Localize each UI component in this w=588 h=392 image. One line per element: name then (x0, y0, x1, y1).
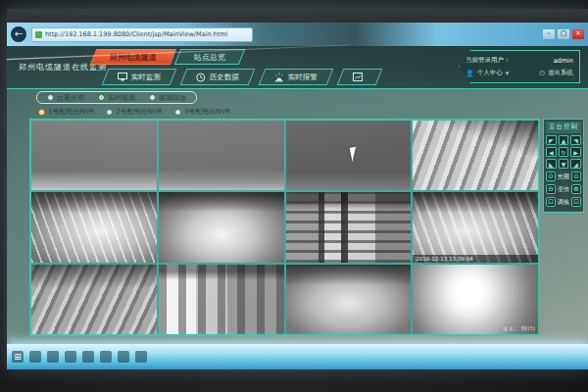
taskbar-icon[interactable] (47, 351, 59, 363)
radio-label: 3号配电站NVR (184, 107, 230, 117)
ptz-down-left-button[interactable]: ◣ (546, 159, 557, 169)
address-bar[interactable]: http://192.168.1.199:8080/Client/jsp/Mai… (31, 27, 253, 42)
ptz-panel-title: 云台控制 (546, 122, 581, 133)
toolbar-label: 历史数据 (210, 73, 239, 82)
toolbar-item-realtime-monitor[interactable]: 实时监测 (102, 69, 177, 85)
radio-icon[interactable] (149, 94, 156, 101)
camera-osd-timestamp: 2018-12-13 13:39:04 (413, 255, 538, 263)
camera-tile-r1c2[interactable] (159, 121, 284, 190)
radio-icon[interactable] (47, 94, 54, 101)
login-label: 当前登录用户： (466, 56, 511, 65)
browser-back-button[interactable]: ← (11, 26, 26, 42)
personal-center-link[interactable]: 个人中心 (477, 69, 503, 77)
ptz-focus-row: ⊡ 调焦 ⊡ (546, 197, 581, 207)
radio-label: 2号配电站NVR (116, 107, 162, 117)
url-text[interactable]: http://192.168.1.199:8080/Client/jsp/Mai… (45, 30, 227, 38)
person-icon: 👤 (466, 70, 474, 77)
zoom-in-button[interactable]: ⊕ (571, 184, 581, 194)
ptz-left-button[interactable]: ◀ (546, 147, 557, 157)
close-button[interactable]: × (572, 29, 584, 39)
taskbar-icon[interactable] (135, 351, 147, 363)
main-content: 2018-12-13 13:39:04 隧道(二期03) 云台控制 ◤ ▲ ◥ … (29, 119, 584, 336)
ptz-up-left-button[interactable]: ◤ (546, 135, 557, 145)
minimize-button[interactable]: – (543, 29, 555, 39)
logout-link[interactable]: 退出系统 (548, 69, 573, 77)
tab-label: 站点总览 (194, 52, 225, 63)
camera-tile-r1c3[interactable] (286, 121, 412, 190)
browser-toolbar: ← http://192.168.1.199:8080/Client/jsp/M… (7, 23, 588, 46)
radio-live-video[interactable]: 实时视频 (98, 93, 135, 103)
focus-near-button[interactable]: ⊡ (546, 197, 556, 207)
radio-icon[interactable] (106, 109, 113, 116)
radio-nvr-3[interactable]: 3号配电站NVR (174, 107, 230, 117)
camera-tile-r2c4[interactable]: 2018-12-13 13:39:04 (413, 192, 538, 262)
start-button[interactable]: ⊞ (12, 351, 24, 363)
maximize-button[interactable]: ▢ (558, 29, 569, 39)
radio-nvr-2[interactable]: 2号配电站NVR (106, 107, 162, 117)
window-controls: – ▢ × (543, 29, 584, 39)
focus-far-button[interactable]: ⊡ (571, 197, 581, 207)
iris-minus-button[interactable]: ⊙ (546, 172, 556, 181)
camera-tile-r3c1[interactable] (31, 265, 157, 334)
toolbar-item-history-data[interactable]: 历史数据 (180, 69, 256, 85)
tab-cable-tunnel[interactable]: 郑州电缆隧道 (90, 49, 176, 65)
radio-icon-selected[interactable] (98, 94, 105, 101)
toolbar-label: 实时监测 (131, 73, 161, 82)
radio-label: 实时视频 (108, 93, 135, 103)
toolbar-item-device[interactable] (337, 69, 383, 85)
camera-tile-r3c3[interactable] (286, 265, 412, 334)
toolbar-item-realtime-alarm[interactable]: 实时报警 (259, 69, 334, 85)
camera-tile-r1c1[interactable] (31, 121, 157, 190)
taskbar-icon[interactable] (65, 351, 76, 363)
ptz-down-button[interactable]: ▼ (559, 159, 569, 169)
radio-label: 视频回放 (159, 93, 186, 103)
camera-tile-r1c4[interactable] (413, 121, 538, 190)
ptz-auto-scan-button[interactable]: ↻ (559, 147, 569, 157)
monitoring-app: 郑州电缆隧道在线监测 郑州电缆隧道 站点总览 实时监测 (7, 46, 588, 369)
user-panel: 当前登录用户： admin 👤 个人中心 ▾ ⏻ 退出系统 (459, 50, 580, 83)
radio-nvr-1[interactable]: 1号配电站NVR (38, 107, 94, 117)
focus-label: 调焦 (558, 198, 569, 207)
radio-icon[interactable] (174, 109, 181, 116)
camera-tile-r2c1[interactable] (31, 192, 157, 262)
camera-tile-r3c4[interactable]: 隧道(二期03) (413, 265, 538, 334)
ptz-direction-pad: ◤ ▲ ◥ ◀ ↻ ▶ ◣ ▼ ◢ (546, 135, 581, 169)
camera-tile-r2c2[interactable] (159, 192, 284, 262)
page-icon (35, 31, 42, 38)
view-mode-radios: 位置分布 实时视频 视频回放 (36, 91, 197, 104)
ptz-right-button[interactable]: ▶ (570, 147, 581, 157)
taskbar-icon[interactable] (100, 351, 112, 363)
radio-icon-selected[interactable] (38, 109, 45, 116)
ptz-down-right-button[interactable]: ◢ (570, 159, 581, 169)
tab-site-overview[interactable]: 站点总览 (174, 49, 245, 65)
monitor-screen: ← http://192.168.1.199:8080/Client/jsp/M… (7, 9, 588, 369)
camera-tile-r2c3[interactable] (286, 192, 412, 262)
taskbar-icon[interactable] (118, 351, 129, 363)
video-wall: 2018-12-13 13:39:04 隧道(二期03) (29, 119, 540, 336)
device-icon (353, 73, 363, 81)
radio-video-playback[interactable]: 视频回放 (149, 93, 186, 103)
radio-label: 位置分布 (57, 93, 84, 103)
zoom-label: 变倍 (558, 185, 569, 194)
taskbar-icon[interactable] (29, 351, 41, 363)
username: admin (554, 57, 573, 65)
taskbar-icon[interactable] (82, 351, 94, 363)
alarm-icon (274, 73, 284, 82)
clock-icon (196, 73, 206, 82)
camera-tile-r3c2[interactable] (159, 265, 284, 334)
camera-osd-name: 隧道(二期03) (503, 325, 535, 332)
radio-label: 1号配电站NVR (48, 107, 94, 117)
filter-bar: 位置分布 实时视频 视频回放 1号配电站NVR 2号配电站N (7, 89, 588, 119)
zoom-out-button[interactable]: ⊖ (546, 184, 556, 194)
ptz-up-button[interactable]: ▲ (559, 135, 569, 145)
app-header: 郑州电缆隧道在线监测 郑州电缆隧道 站点总览 实时监测 (7, 46, 588, 89)
radio-location-map[interactable]: 位置分布 (47, 93, 84, 103)
ptz-up-right-button[interactable]: ◥ (570, 135, 581, 145)
nvr-radios: 1号配电站NVR 2号配电站NVR 3号配电站NVR (38, 106, 230, 118)
header-toolbar: 实时监测 历史数据 实时报警 (105, 69, 379, 85)
ptz-iris-row: ⊙ 光圈 ⊙ (546, 172, 581, 181)
iris-plus-button[interactable]: ⊙ (571, 172, 581, 181)
iris-label: 光圈 (558, 172, 569, 181)
toolbar-label: 实时报警 (288, 73, 318, 82)
chevron-down-icon[interactable]: ▾ (506, 70, 510, 77)
